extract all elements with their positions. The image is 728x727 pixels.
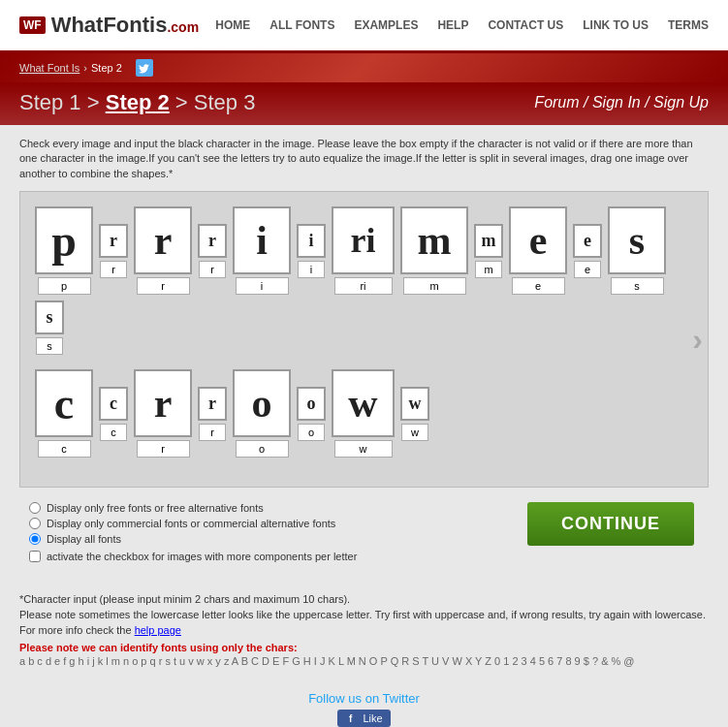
char-input-r2[interactable] bbox=[137, 277, 190, 295]
char-box-r3: r bbox=[198, 224, 227, 278]
char-input-ri[interactable] bbox=[334, 277, 393, 295]
char-input-r4[interactable] bbox=[137, 440, 190, 458]
char-box-e2: e bbox=[573, 224, 602, 278]
char-image-m: m bbox=[400, 206, 468, 274]
char-image-o: o bbox=[233, 369, 291, 437]
character-grid: p r r r i bbox=[19, 191, 709, 488]
nav-examples[interactable]: EXAMPLES bbox=[354, 15, 418, 36]
nav-help[interactable]: HELP bbox=[437, 15, 468, 36]
nav-all-fonts[interactable]: ALL FONTS bbox=[269, 15, 334, 36]
option-all-label: Display all fonts bbox=[47, 533, 121, 545]
char-image-i2: i bbox=[297, 224, 326, 258]
char-box-w2: w bbox=[400, 387, 429, 441]
char-input-e[interactable] bbox=[512, 277, 565, 295]
char-input-r1[interactable] bbox=[100, 261, 127, 278]
note-help: For more info check the help page bbox=[19, 624, 709, 636]
breadcrumb-current: Step 2 bbox=[91, 62, 122, 74]
char-image-i: i bbox=[233, 206, 291, 274]
char-image-r4: r bbox=[134, 369, 192, 437]
red-note: Please note we can identify fonts using … bbox=[19, 642, 709, 653]
continue-button-area: CONTINUE bbox=[527, 502, 704, 555]
next-arrow-icon: › bbox=[692, 322, 703, 358]
header: WF WhatFontis.com HOME ALL FONTS EXAMPLE… bbox=[0, 0, 728, 53]
char-image-c2: c bbox=[99, 387, 128, 421]
option-free-label: Display only free fonts or free alternat… bbox=[47, 502, 264, 514]
char-input-c2[interactable] bbox=[100, 424, 127, 441]
char-input-r5[interactable] bbox=[199, 424, 226, 441]
char-image-r3: r bbox=[198, 224, 227, 258]
options-continue-row: Display only free fonts or free alternat… bbox=[19, 502, 709, 572]
logo-wf-badge: WF bbox=[19, 16, 46, 34]
char-image-p: p bbox=[35, 206, 93, 274]
nav-link-to-us[interactable]: LINK TO US bbox=[583, 15, 649, 36]
char-image-s2: s bbox=[35, 300, 64, 334]
char-box-e: e bbox=[509, 206, 567, 295]
char-box-p: p bbox=[35, 206, 93, 295]
char-image-ri: ri bbox=[332, 206, 395, 274]
forum-links: Forum / Sign In / Sign Up bbox=[534, 94, 709, 111]
char-box-m: m bbox=[400, 206, 468, 295]
char-box-o2: o bbox=[297, 387, 326, 441]
char-input-s2[interactable] bbox=[36, 337, 63, 355]
note-case: Please note sometimes the lowercase lett… bbox=[19, 609, 709, 620]
radio-free[interactable] bbox=[29, 502, 41, 514]
logo-text: WhatFontis.com bbox=[51, 13, 199, 38]
like-button[interactable]: f Like bbox=[337, 710, 390, 727]
nav-home[interactable]: HOME bbox=[215, 15, 250, 36]
char-input-e2[interactable] bbox=[574, 261, 601, 278]
options-area: Display only free fonts or free alternat… bbox=[24, 502, 362, 562]
twitter-section: Follow us on Twitter f Like bbox=[0, 677, 728, 727]
char-box-i: i bbox=[233, 206, 291, 295]
char-input-i[interactable] bbox=[236, 277, 289, 295]
char-input-o2[interactable] bbox=[298, 424, 325, 441]
breadcrumb: What Font Is › Step 2 bbox=[19, 59, 153, 77]
char-image-e: e bbox=[509, 206, 567, 274]
logo-name: WhatFontis bbox=[51, 13, 168, 37]
checkbox-components: activate the checkbox for images with mo… bbox=[29, 551, 357, 562]
checkbox-more-components[interactable] bbox=[29, 551, 41, 562]
char-input-s[interactable] bbox=[611, 277, 664, 295]
note-help-text: For more info check the bbox=[19, 624, 132, 636]
help-page-link[interactable]: help page bbox=[135, 624, 181, 636]
char-box-o: o bbox=[233, 369, 291, 458]
char-input-w2[interactable] bbox=[401, 424, 428, 441]
continue-button[interactable]: CONTINUE bbox=[527, 502, 694, 546]
breadcrumb-separator: › bbox=[83, 62, 87, 74]
char-input-m2[interactable] bbox=[475, 261, 502, 278]
option-free: Display only free fonts or free alternat… bbox=[29, 502, 357, 514]
char-image-c: c bbox=[35, 369, 93, 437]
breadcrumb-home-link[interactable]: What Font Is bbox=[19, 62, 79, 74]
radio-all[interactable] bbox=[29, 533, 41, 545]
char-input-m[interactable] bbox=[403, 277, 466, 295]
instructions-text: Check every image and input the black ch… bbox=[19, 137, 709, 181]
radio-commercial[interactable] bbox=[29, 518, 41, 529]
twitter-icon bbox=[136, 59, 153, 77]
char-box-w: w bbox=[332, 369, 395, 458]
char-input-c[interactable] bbox=[38, 440, 91, 458]
char-image-r2: r bbox=[134, 206, 192, 274]
char-image-e2: e bbox=[573, 224, 602, 258]
logo-com: .com bbox=[167, 19, 199, 35]
checkbox-label: activate the checkbox for images with mo… bbox=[47, 551, 357, 562]
nav-terms[interactable]: TERMS bbox=[668, 15, 709, 36]
char-list: a b c d e f g h i j k l m n o p q r s t … bbox=[19, 655, 709, 667]
twitter-follow-link[interactable]: Follow us on Twitter bbox=[308, 691, 420, 706]
char-box-i2: i bbox=[297, 224, 326, 278]
char-box-r5: r bbox=[198, 387, 227, 441]
option-commercial: Display only commercial fonts or commerc… bbox=[29, 518, 357, 529]
option-all: Display all fonts bbox=[29, 533, 357, 545]
char-image-s: s bbox=[608, 206, 666, 274]
char-input-w[interactable] bbox=[334, 440, 393, 458]
char-input-o[interactable] bbox=[236, 440, 289, 458]
nav-contact[interactable]: CONTACT US bbox=[488, 15, 563, 36]
char-box-r4: r bbox=[134, 369, 192, 458]
char-row-1: p r r r i bbox=[35, 206, 693, 355]
char-input-i2[interactable] bbox=[298, 261, 325, 278]
main-content: Check every image and input the black ch… bbox=[0, 125, 728, 584]
char-row-2: c c r r o bbox=[35, 369, 693, 458]
step-header: Step 1 > Step 2 > Step 3 Forum / Sign In… bbox=[0, 82, 728, 125]
step-navigation: Step 1 > Step 2 > Step 3 bbox=[19, 90, 255, 115]
char-input-r3[interactable] bbox=[199, 261, 226, 278]
char-input-p[interactable] bbox=[38, 277, 91, 295]
char-image-r1: r bbox=[99, 224, 128, 258]
